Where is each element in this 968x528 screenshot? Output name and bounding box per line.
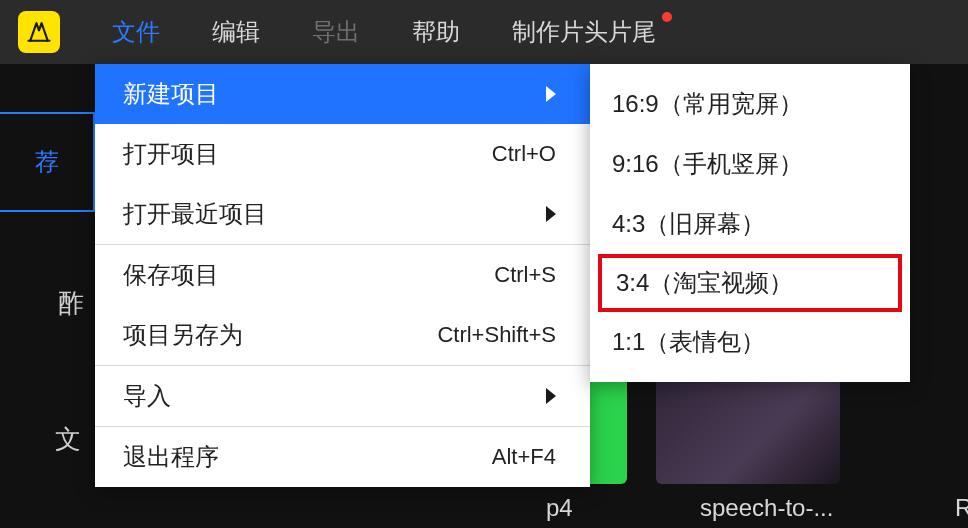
menu-item-label: 导入 [123,380,171,412]
sidebar-tab[interactable]: 荐 [0,112,95,212]
menu-item-label: 打开最近项目 [123,198,267,230]
submenu-item-label: 3:4（淘宝视频） [616,267,793,299]
menu-item-label: 保存项目 [123,259,219,291]
submenu-item-label: 9:16（手机竖屏） [612,148,803,180]
menu-label: 帮助 [412,16,460,48]
submenu-item-16-9[interactable]: 16:9（常用宽屏） [590,74,910,134]
menu-help[interactable]: 帮助 [386,0,486,64]
menu-label: 编辑 [212,16,260,48]
chevron-right-icon [546,206,556,222]
clip-label: p4 [546,494,573,522]
menu-titles[interactable]: 制作片头片尾 [486,0,682,64]
clip-label: speech-to-... [700,494,833,522]
menu-item-label: 退出程序 [123,441,219,473]
main-menubar: 文件 编辑 导出 帮助 制作片头片尾 [0,0,968,64]
menu-file[interactable]: 文件 [86,0,186,64]
menu-label: 制作片头片尾 [512,16,656,48]
menu-item-save-as[interactable]: 项目另存为 Ctrl+Shift+S [95,305,590,365]
menu-item-exit[interactable]: 退出程序 Alt+F4 [95,427,590,487]
menu-item-label: 打开项目 [123,138,219,170]
menu-shortcut: Ctrl+O [492,141,556,167]
menu-shortcut: Ctrl+S [494,262,556,288]
submenu-item-9-16[interactable]: 9:16（手机竖屏） [590,134,910,194]
clip-thumbnail[interactable] [656,364,840,484]
app-logo-icon [25,18,53,46]
sidebar-tab-label: 荐 [35,146,59,178]
submenu-item-3-4[interactable]: 3:4（淘宝视频） [598,254,902,312]
submenu-item-label: 1:1（表情包） [612,326,765,358]
menu-item-label: 新建项目 [123,78,219,110]
menu-shortcut: Ctrl+Shift+S [437,322,556,348]
submenu-item-1-1[interactable]: 1:1（表情包） [590,312,910,372]
notification-dot-icon [662,12,672,22]
menu-shortcut: Alt+F4 [492,444,556,470]
submenu-item-label: 16:9（常用宽屏） [612,88,803,120]
app-logo[interactable] [18,11,60,53]
new-project-submenu: 16:9（常用宽屏） 9:16（手机竖屏） 4:3（旧屏幕） 3:4（淘宝视频）… [590,64,910,382]
menu-item-open-project[interactable]: 打开项目 Ctrl+O [95,124,590,184]
file-dropdown-menu: 新建项目 打开项目 Ctrl+O 打开最近项目 保存项目 Ctrl+S 项目另存… [95,64,590,487]
menu-label: 导出 [312,16,360,48]
submenu-item-4-3[interactable]: 4:3（旧屏幕） [590,194,910,254]
menu-label: 文件 [112,16,160,48]
menu-item-label: 项目另存为 [123,319,243,351]
menu-item-save-project[interactable]: 保存项目 Ctrl+S [95,245,590,305]
menu-edit[interactable]: 编辑 [186,0,286,64]
clip-label: R [955,494,968,522]
chevron-right-icon [546,86,556,102]
menu-item-import[interactable]: 导入 [95,366,590,426]
menu-export[interactable]: 导出 [286,0,386,64]
chevron-right-icon [546,388,556,404]
submenu-item-label: 4:3（旧屏幕） [612,208,765,240]
menu-item-new-project[interactable]: 新建项目 [95,64,590,124]
bg-text: 文 [55,422,81,457]
bg-text: 酢 [58,286,84,321]
menu-item-open-recent[interactable]: 打开最近项目 [95,184,590,244]
